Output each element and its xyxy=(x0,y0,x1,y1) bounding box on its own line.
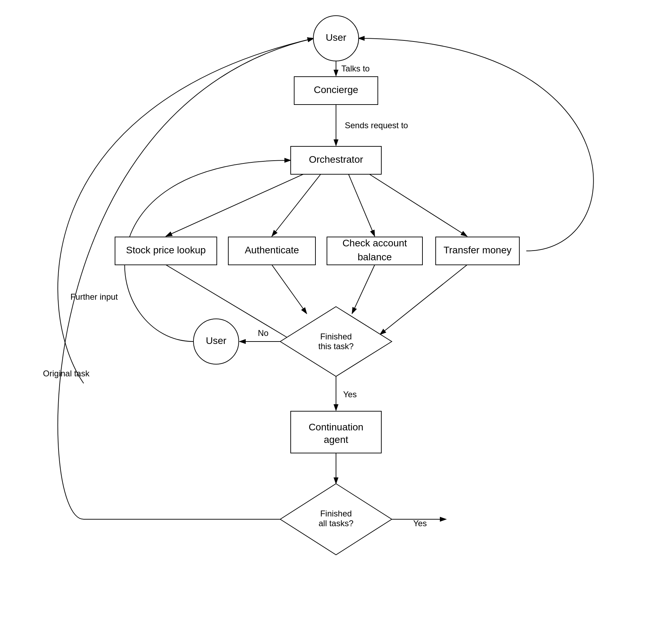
label-sends-request: Sends request to xyxy=(345,121,408,130)
svg-text:this task?: this task? xyxy=(318,342,353,351)
edge-orch-stock xyxy=(166,174,303,236)
node-check-balance: Check account balance xyxy=(327,237,422,265)
svg-text:agent: agent xyxy=(324,434,348,445)
svg-text:Stock price lookup: Stock price lookup xyxy=(126,245,206,255)
svg-text:User: User xyxy=(326,32,346,43)
edge-orch-auth xyxy=(272,174,321,236)
svg-text:balance: balance xyxy=(358,252,392,262)
edge-check-finished xyxy=(352,265,375,314)
edge-original-task xyxy=(58,38,314,383)
label-talks-to: Talks to xyxy=(341,64,369,73)
edge-finished-all-no-curve xyxy=(58,38,314,519)
node-authenticate: Authenticate xyxy=(228,237,315,265)
node-finished-task: Finished this task? xyxy=(280,307,392,376)
svg-text:Concierge: Concierge xyxy=(314,84,358,95)
svg-text:Finished: Finished xyxy=(320,332,352,341)
label-no-1: No xyxy=(258,328,269,338)
node-continuation-agent: Continuation agent xyxy=(291,411,381,453)
node-orchestrator: Orchestrator xyxy=(291,146,381,174)
node-stock-price: Stock price lookup xyxy=(115,237,217,265)
node-user-top: User xyxy=(313,16,359,61)
label-further-input: Further input xyxy=(70,292,118,301)
node-user-mid: User xyxy=(193,319,239,364)
edge-orch-transfer xyxy=(369,174,467,236)
node-concierge: Concierge xyxy=(294,77,378,105)
svg-text:Check account: Check account xyxy=(342,238,407,248)
node-finished-all: Finished all tasks? xyxy=(280,484,392,555)
svg-text:Continuation: Continuation xyxy=(308,422,363,432)
svg-text:Orchestrator: Orchestrator xyxy=(309,154,363,165)
edge-auth-finished xyxy=(272,265,307,314)
node-transfer-money: Transfer money xyxy=(436,237,519,265)
svg-text:Authenticate: Authenticate xyxy=(245,245,299,255)
edge-right-curve xyxy=(358,38,594,251)
svg-text:Transfer money: Transfer money xyxy=(443,245,511,255)
edge-transfer-finished xyxy=(380,265,467,335)
svg-text:Finished: Finished xyxy=(320,509,352,518)
label-yes-1: Yes xyxy=(343,390,357,399)
label-yes-2: Yes xyxy=(413,519,427,528)
svg-text:User: User xyxy=(206,335,226,346)
svg-text:all tasks?: all tasks? xyxy=(319,519,353,528)
label-original-task: Original task xyxy=(43,369,90,378)
edge-orch-check xyxy=(349,174,375,236)
